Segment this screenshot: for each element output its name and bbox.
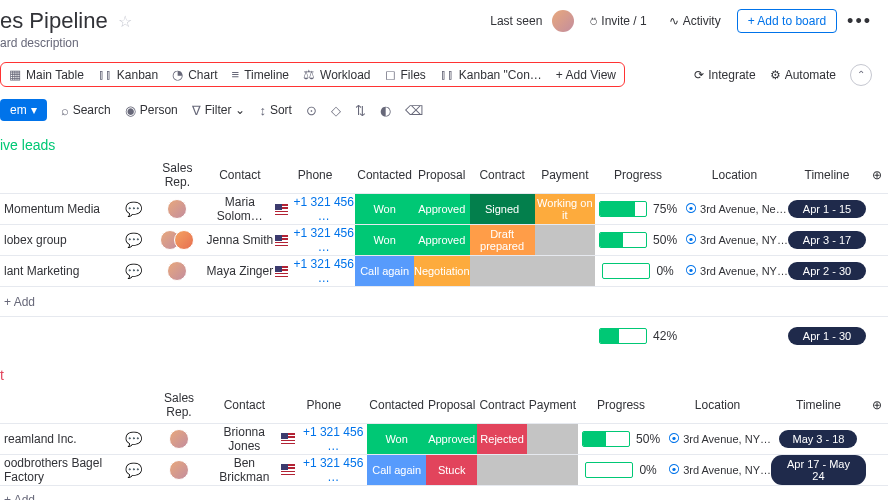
- column-header[interactable]: Timeline: [771, 387, 866, 424]
- item-name[interactable]: reamland Inc.: [4, 432, 77, 446]
- tab-chart[interactable]: ◔Chart: [172, 67, 217, 82]
- status-contract[interactable]: Rejected: [477, 424, 526, 454]
- column-header[interactable]: Sales Rep.: [150, 157, 205, 194]
- phone-cell[interactable]: +1 321 456 …: [275, 226, 355, 254]
- column-header[interactable]: Proposal: [414, 157, 470, 194]
- progress-cell[interactable]: 0%: [595, 263, 681, 279]
- status-proposal[interactable]: Negotiation: [414, 256, 470, 286]
- tab-workload[interactable]: ⚖Workload: [303, 67, 370, 82]
- person-filter[interactable]: ◉Person: [125, 103, 178, 118]
- column-header[interactable]: Phone: [281, 387, 368, 424]
- sales-rep-cell[interactable]: [150, 261, 205, 281]
- item-name[interactable]: Momentum Media: [4, 202, 100, 216]
- more-icon[interactable]: •••: [847, 11, 872, 32]
- tab-kanban[interactable]: ⫿⫿Kanban: [98, 67, 158, 82]
- timeline-pill[interactable]: Apr 3 - 17: [788, 231, 866, 249]
- location-cell[interactable]: ⦿3rd Avenue, NY…: [664, 432, 771, 446]
- column-header[interactable]: Phone: [275, 157, 355, 194]
- contact-cell[interactable]: Maya Zinger: [205, 256, 275, 287]
- column-header[interactable]: Payment: [535, 157, 596, 194]
- contact-cell[interactable]: Brionna Jones: [208, 423, 280, 454]
- column-header[interactable]: Contact: [208, 387, 280, 424]
- column-header[interactable]: Location: [681, 157, 788, 194]
- column-header[interactable]: Timeline: [788, 157, 866, 194]
- status-payment[interactable]: [527, 455, 578, 485]
- sales-rep-cell[interactable]: [150, 460, 208, 480]
- column-header[interactable]: Contract: [470, 157, 535, 194]
- status-contract[interactable]: Draft prepared: [470, 225, 535, 255]
- status-payment[interactable]: [535, 225, 596, 255]
- column-header[interactable]: Payment: [527, 387, 578, 424]
- location-cell[interactable]: ⦿3rd Avenue, Ne…: [681, 202, 788, 216]
- tab-timeline[interactable]: ≡Timeline: [232, 67, 290, 82]
- tab-kanban-con[interactable]: ⫿⫿Kanban "Con…: [440, 67, 542, 82]
- sales-rep-cell[interactable]: [150, 199, 205, 219]
- automate-button[interactable]: ⚙Automate: [770, 68, 836, 82]
- add-row-button[interactable]: + Add: [0, 485, 888, 500]
- phone-cell[interactable]: +1 321 456 …: [275, 257, 355, 285]
- star-icon[interactable]: ☆: [118, 12, 132, 31]
- filter-button[interactable]: ∇Filter ⌄: [192, 103, 246, 118]
- timeline-pill[interactable]: Apr 17 - May 24: [771, 455, 866, 485]
- item-name[interactable]: lant Marketing: [4, 264, 79, 278]
- status-payment[interactable]: Working on it: [535, 194, 596, 224]
- color-icon[interactable]: ◐: [380, 103, 391, 118]
- phone-cell[interactable]: +1 321 456 …: [275, 195, 355, 223]
- column-header[interactable]: Contract: [477, 387, 526, 424]
- collapse-icon[interactable]: ⌃: [850, 64, 872, 86]
- board-description[interactable]: ard description: [0, 36, 888, 58]
- sales-rep-cell[interactable]: [150, 230, 205, 250]
- chat-icon[interactable]: 💬: [125, 431, 142, 447]
- add-view-button[interactable]: + Add View: [556, 68, 616, 82]
- status-proposal[interactable]: Approved: [414, 194, 470, 224]
- column-header[interactable]: Location: [664, 387, 771, 424]
- contact-cell[interactable]: Jenna Smith: [205, 225, 275, 256]
- add-row-button[interactable]: + Add: [0, 287, 888, 317]
- contact-cell[interactable]: Maria Solom…: [205, 194, 275, 225]
- column-header[interactable]: Progress: [578, 387, 664, 424]
- status-payment[interactable]: [527, 424, 578, 454]
- phone-cell[interactable]: +1 321 456 …: [281, 425, 368, 453]
- timeline-pill[interactable]: May 3 - 18: [779, 430, 857, 448]
- table-row[interactable]: oodbrothers Bagel Factory💬Ben Brickman+1…: [0, 454, 888, 485]
- phone-cell[interactable]: +1 321 456 …: [281, 456, 368, 484]
- status-proposal[interactable]: Approved: [414, 225, 470, 255]
- new-item-button[interactable]: em▾: [0, 99, 47, 121]
- hide-icon[interactable]: ◇: [331, 103, 341, 118]
- item-name[interactable]: oodbrothers Bagel Factory: [4, 456, 125, 484]
- status-payment[interactable]: [535, 256, 596, 286]
- chat-icon[interactable]: 💬: [125, 201, 142, 217]
- status-contract[interactable]: [470, 256, 535, 286]
- status-proposal[interactable]: Stuck: [426, 455, 477, 485]
- progress-cell[interactable]: 50%: [578, 431, 664, 447]
- status-contacted[interactable]: Won: [367, 424, 426, 454]
- search-button[interactable]: ⌕Search: [61, 103, 111, 118]
- sales-rep-cell[interactable]: [150, 429, 208, 449]
- group-title[interactable]: ive leads: [0, 131, 888, 157]
- tab-files[interactable]: ◻Files: [385, 67, 426, 82]
- column-header[interactable]: Contacted: [367, 387, 426, 424]
- integrate-button[interactable]: ⟳Integrate: [694, 68, 755, 82]
- invite-button[interactable]: ⍥Invite / 1: [584, 10, 652, 32]
- progress-cell[interactable]: 75%: [595, 201, 681, 217]
- add-column-button[interactable]: ⊕: [866, 157, 888, 194]
- add-column-button[interactable]: ⊕: [866, 387, 888, 424]
- column-header[interactable]: Progress: [595, 157, 681, 194]
- status-proposal[interactable]: Approved: [426, 424, 477, 454]
- height-icon[interactable]: ⇅: [355, 103, 366, 118]
- group-title[interactable]: t: [0, 361, 888, 387]
- status-contacted[interactable]: Won: [355, 194, 414, 224]
- table-row[interactable]: lant Marketing💬Maya Zinger+1 321 456 …Ca…: [0, 256, 888, 287]
- table-row[interactable]: lobex group💬Jenna Smith+1 321 456 …WonAp…: [0, 225, 888, 256]
- column-header[interactable]: Contacted: [355, 157, 414, 194]
- column-header[interactable]: Proposal: [426, 387, 477, 424]
- pin-icon[interactable]: ⊙: [306, 103, 317, 118]
- table-row[interactable]: Momentum Media💬Maria Solom…+1 321 456 …W…: [0, 194, 888, 225]
- contact-cell[interactable]: Ben Brickman: [208, 454, 280, 485]
- location-cell[interactable]: ⦿3rd Avenue, NY…: [664, 463, 771, 477]
- column-header[interactable]: Sales Rep.: [150, 387, 208, 424]
- status-contacted[interactable]: Call again: [355, 256, 414, 286]
- clean-icon[interactable]: ⌫: [405, 103, 423, 118]
- column-header[interactable]: Contact: [205, 157, 275, 194]
- add-to-board-button[interactable]: + Add to board: [737, 9, 837, 33]
